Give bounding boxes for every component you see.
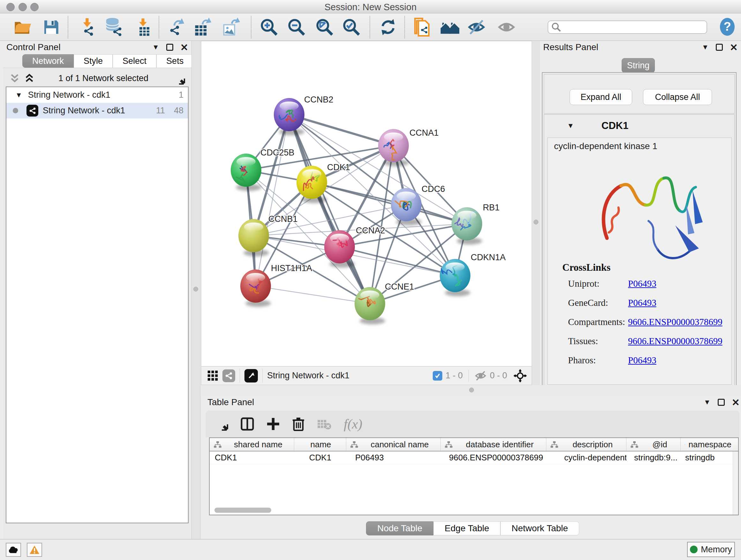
expand-all-button[interactable]: Expand All	[569, 89, 632, 105]
export-image-button[interactable]	[220, 17, 241, 37]
import-network-from-database-button[interactable]	[104, 17, 124, 37]
hide-selected-button[interactable]	[466, 17, 487, 37]
network-node-cdkn1a[interactable]: CDKN1A	[440, 253, 506, 296]
table-vertical-scrollbar[interactable]	[733, 451, 738, 515]
zoom-out-button[interactable]	[286, 17, 307, 37]
node-label: CDC25B	[260, 148, 294, 158]
crosslink-label: GeneCard:	[568, 298, 608, 308]
network-node-ccnb1[interactable]: CCNB1	[239, 214, 298, 256]
window-title: Session: New Session	[0, 2, 741, 12]
network-node-cdc25b[interactable]: CDC25B	[231, 148, 294, 191]
open-session-button[interactable]	[12, 17, 32, 37]
birds-eye-view-icon[interactable]	[245, 369, 258, 382]
tab-node-table[interactable]: Node Table	[366, 521, 433, 536]
network-canvas[interactable]: CCNB2CCNA1CDC25BCDK1CDC6RB1CCNB1CCNA2CDK…	[201, 41, 532, 385]
delete-column-icon[interactable]	[292, 417, 305, 431]
help-button[interactable]: ?	[720, 17, 735, 36]
control-panel-close-button[interactable]: ✕	[180, 42, 188, 53]
crosslink-link[interactable]: P06493	[628, 278, 657, 289]
tab-string[interactable]: String	[622, 58, 655, 73]
table-row[interactable]: CDK1 CDK1 P06493 9606.ENSP00000378699 cy…	[210, 451, 738, 464]
export-table-button[interactable]	[192, 17, 212, 37]
network-collection-row[interactable]: ▼ String Network - cdk1 1	[6, 87, 188, 103]
import-network-button[interactable]	[77, 17, 97, 37]
results-panel-close-button[interactable]: ✕	[730, 42, 738, 53]
crosslink-link[interactable]: P06493	[628, 355, 657, 366]
selected-checkbox-icon[interactable]	[433, 371, 442, 381]
expand-all-networks-icon[interactable]	[24, 73, 35, 83]
show-columns-icon[interactable]	[240, 417, 254, 431]
table-panel-collapse-icon[interactable]: ▼	[704, 398, 711, 407]
search-field[interactable]	[563, 22, 706, 32]
hidden-counts: 0 - 0	[490, 371, 507, 381]
column-header-namespace[interactable]: namespace	[681, 438, 734, 451]
show-all-button[interactable]	[496, 17, 517, 37]
network-graph[interactable]: CCNB2CCNA1CDC25BCDK1CDC6RB1CCNB1CCNA2CDK…	[201, 41, 532, 367]
network-row[interactable]: String Network - cdk1 11 48	[6, 103, 188, 118]
left-splitter[interactable]	[192, 41, 200, 539]
column-header-name[interactable]: name	[294, 438, 346, 451]
automation-cloud-button[interactable]	[6, 543, 21, 557]
cdk1-collapse-icon[interactable]: ▼	[567, 122, 574, 130]
table-panel-float-button[interactable]	[718, 399, 725, 406]
clone-network-button[interactable]	[412, 17, 432, 37]
save-floppy-icon	[42, 18, 60, 36]
network-node-rb1[interactable]: RB1	[452, 203, 500, 245]
collection-expand-icon[interactable]: ▼	[15, 91, 22, 99]
column-header-description[interactable]: description	[546, 438, 626, 451]
import-table-button[interactable]	[133, 17, 153, 37]
save-session-button[interactable]	[41, 17, 61, 37]
apply-layout-button[interactable]	[378, 17, 398, 37]
network-edge[interactable]	[256, 286, 370, 304]
warnings-button[interactable]	[27, 543, 42, 557]
right-splitter-handle[interactable]	[534, 220, 538, 225]
tab-style[interactable]: Style	[74, 54, 113, 68]
crosslink-link[interactable]: 9606.ENSP00000378699	[628, 317, 723, 327]
fit-content-crosshair-icon[interactable]	[514, 369, 527, 382]
table-panel-close-button[interactable]: ✕	[732, 397, 740, 408]
left-splitter-handle[interactable]	[193, 287, 198, 292]
table-options-gear-icon[interactable]	[215, 417, 228, 431]
network-node-ccnb2[interactable]: CCNB2	[274, 95, 333, 135]
crosslink-link[interactable]: P06493	[628, 298, 657, 308]
toolbar-separator	[68, 16, 68, 38]
right-splitter[interactable]	[532, 41, 541, 396]
column-header-database-identifier[interactable]: database identifier	[441, 438, 546, 451]
first-neighbors-button[interactable]	[440, 17, 460, 37]
grid-view-icon[interactable]	[207, 370, 219, 381]
control-panel-collapse-icon[interactable]: ▼	[152, 43, 159, 51]
results-panel-collapse-icon[interactable]: ▼	[702, 43, 709, 51]
collapse-all-networks-icon[interactable]	[10, 73, 20, 83]
node-label: CCNB1	[268, 214, 298, 224]
network-options-gear-icon[interactable]	[172, 72, 185, 84]
export-network-button[interactable]	[165, 17, 186, 37]
bottom-splitter[interactable]	[201, 385, 741, 396]
column-header-id[interactable]: @id	[626, 438, 681, 451]
zoom-selected-button[interactable]	[341, 17, 361, 37]
tab-sets[interactable]: Sets	[156, 54, 193, 68]
network-edge[interactable]	[256, 115, 289, 286]
column-header-shared-name[interactable]: shared name	[210, 438, 294, 451]
memory-button[interactable]: Memory	[687, 542, 735, 557]
tab-network[interactable]: Network	[22, 54, 74, 68]
zoom-fit-button[interactable]	[314, 17, 335, 37]
tab-edge-table[interactable]: Edge Table	[433, 521, 500, 536]
zoom-in-button[interactable]	[259, 17, 279, 37]
network-edge[interactable]	[289, 115, 370, 304]
add-column-icon[interactable]	[266, 417, 280, 431]
bottom-splitter-handle[interactable]	[469, 388, 474, 392]
column-header-canonical-name[interactable]: canonical name	[346, 438, 441, 451]
results-panel-float-button[interactable]	[716, 44, 723, 51]
tab-select[interactable]: Select	[113, 54, 156, 68]
cloud-icon	[8, 546, 19, 554]
crosslink-link[interactable]: 9606.ENSP00000378699	[628, 336, 723, 347]
network-node-hist1h1a[interactable]: HIST1H1A	[240, 263, 312, 307]
collapse-all-button[interactable]: Collapse All	[643, 89, 712, 105]
network-badge-icon[interactable]	[222, 369, 235, 382]
network-node-cdc6[interactable]: CDC6	[391, 184, 445, 226]
search-input[interactable]	[548, 20, 707, 34]
table-horizontal-scrollbar[interactable]	[214, 508, 271, 513]
tab-network-table[interactable]: Network Table	[500, 521, 579, 536]
node-label: CCNB2	[304, 95, 333, 105]
control-panel-float-button[interactable]	[166, 44, 173, 51]
